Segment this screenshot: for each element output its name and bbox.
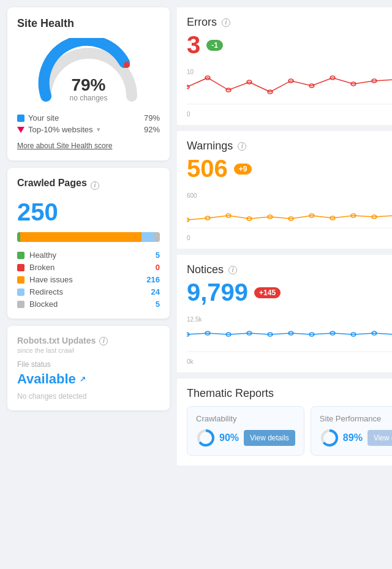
errors-chart-min: 0	[187, 111, 190, 118]
robots-subtitle: since the last crawl	[17, 347, 160, 354]
crawlability-donut	[196, 428, 216, 448]
legend-broken: Broken 0	[17, 263, 160, 272]
legend-healthy: Healthy 5	[17, 251, 160, 260]
notices-section: Notices i 9,799 +145 12.5k 0k	[177, 255, 392, 372]
more-about-link[interactable]: More about Site Health score	[17, 141, 112, 150]
legend-row-top10: Top-10% websites ▾ 92%	[17, 125, 160, 134]
warnings-title: Warnings	[187, 140, 233, 153]
legend-row-yoursite: Your site 79%	[17, 113, 160, 122]
site-performance-score: 89%	[320, 428, 363, 448]
site-performance-donut	[320, 428, 339, 448]
healthy-dot	[17, 252, 24, 259]
crawled-count: 250	[17, 198, 160, 226]
notices-value-row: 9,799 +145	[187, 279, 392, 306]
your-site-color-dot	[17, 115, 24, 122]
top10-dropdown-icon[interactable]: ▾	[97, 126, 100, 134]
errors-badge: -1	[206, 40, 223, 51]
errors-value-row: 3 -1	[187, 31, 392, 59]
gauge-text: 79% no changes	[69, 77, 107, 102]
your-site-value: 79%	[144, 113, 160, 122]
thematic-card-crawlability: Crawlability 90% View details	[187, 406, 304, 456]
thematic-cards-row: Crawlability 90% View details	[177, 406, 392, 459]
crawlability-percent: 90%	[219, 432, 239, 443]
your-site-label: Your site	[28, 113, 59, 122]
pb-blocked	[154, 232, 160, 242]
thematic-card-site-performance: Site Performance 89% View details	[311, 406, 392, 456]
crawled-info-icon[interactable]: i	[91, 181, 99, 190]
site-health-legend: Your site 79% Top-10% websites ▾ 92%	[17, 113, 160, 134]
errors-section: Errors i 3 -1 10 0	[177, 7, 392, 125]
notices-chart-svg	[187, 316, 392, 353]
thematic-title: Thematic Reports	[187, 387, 392, 400]
site-performance-title: Site Performance	[320, 414, 392, 423]
issues-label: Have issues	[29, 275, 73, 284]
crawlability-title: Crawlability	[196, 414, 295, 423]
errors-header: Errors i	[187, 16, 392, 29]
notices-badge: +145	[254, 287, 281, 298]
errors-value: 3	[187, 31, 200, 59]
gauge-subtitle: no changes	[69, 94, 107, 102]
pb-redirects	[141, 232, 154, 242]
gauge-percent: 79%	[69, 77, 107, 94]
broken-dot	[17, 264, 24, 271]
blocked-label: Blocked	[29, 300, 58, 309]
warnings-chart-min: 0	[187, 235, 190, 241]
site-performance-view-details-button[interactable]: View details	[368, 430, 392, 446]
crawlability-view-details-button[interactable]: View details	[244, 430, 295, 446]
warnings-badge: +9	[234, 164, 252, 175]
robots-title: Robots.txt Updates	[17, 336, 96, 345]
pb-issues	[20, 232, 141, 242]
site-health-title: Site Health	[17, 17, 160, 30]
broken-count: 0	[156, 263, 160, 272]
errors-info-icon[interactable]: i	[222, 18, 230, 27]
external-link-icon[interactable]: ↗	[80, 375, 86, 383]
notices-value: 9,799	[187, 279, 248, 306]
notices-chart-max: 12.5k	[187, 316, 202, 323]
left-column: Site Health 79% no changes	[7, 7, 170, 465]
robots-no-changes: No changes detected	[17, 392, 160, 401]
legend-redirects: Redirects 24	[17, 287, 160, 296]
errors-title: Errors	[187, 16, 217, 29]
blocked-count: 5	[156, 300, 160, 309]
warnings-chart-svg	[187, 192, 392, 229]
errors-chart-svg	[187, 69, 392, 105]
errors-chart: 10 0	[187, 69, 392, 118]
svg-point-0	[124, 62, 130, 68]
robots-status-value: Available ↗	[17, 371, 160, 387]
redirects-count: 24	[151, 287, 160, 296]
redirects-label: Redirects	[29, 287, 63, 296]
warnings-chart: 600 0	[187, 192, 392, 241]
top10-icon	[17, 127, 24, 133]
notices-chart-min: 0k	[187, 358, 194, 365]
crawled-pages-card: Crawled Pages i 250 Healthy 5	[7, 168, 170, 318]
warnings-value: 506	[187, 155, 228, 183]
warnings-chart-max: 600	[187, 192, 197, 199]
top10-value: 92%	[144, 125, 160, 134]
crawled-legend: Healthy 5 Broken 0 Have issues	[17, 251, 160, 309]
thematic-reports-section: Thematic Reports Crawlability 90%	[177, 379, 392, 465]
warnings-value-row: 506 +9	[187, 155, 392, 183]
right-column: Errors i 3 -1 10 0	[177, 7, 392, 465]
issues-count: 216	[146, 275, 160, 284]
robots-status-label: File status	[17, 360, 160, 369]
warnings-section: Warnings i 506 +9 600 0	[177, 131, 392, 249]
notices-title: Notices	[187, 263, 224, 276]
warnings-header: Warnings i	[187, 140, 392, 153]
broken-label: Broken	[29, 263, 55, 272]
notices-header: Notices i	[187, 263, 392, 276]
issues-dot	[17, 276, 24, 284]
top10-label: Top-10% websites	[28, 125, 93, 134]
errors-chart-max: 10	[187, 69, 194, 75]
robots-info-icon[interactable]: i	[99, 337, 108, 345]
notices-info-icon[interactable]: i	[228, 266, 237, 274]
robots-card: Robots.txt Updates i since the last craw…	[7, 326, 170, 410]
site-health-card: Site Health 79% no changes	[7, 7, 170, 160]
healthy-count: 5	[156, 251, 160, 260]
progress-bar	[17, 232, 160, 242]
crawled-title: Crawled Pages	[17, 178, 87, 189]
legend-issues: Have issues 216	[17, 275, 160, 284]
redirects-dot	[17, 288, 24, 296]
legend-blocked: Blocked 5	[17, 300, 160, 309]
warnings-info-icon[interactable]: i	[238, 142, 246, 151]
healthy-label: Healthy	[29, 251, 56, 260]
